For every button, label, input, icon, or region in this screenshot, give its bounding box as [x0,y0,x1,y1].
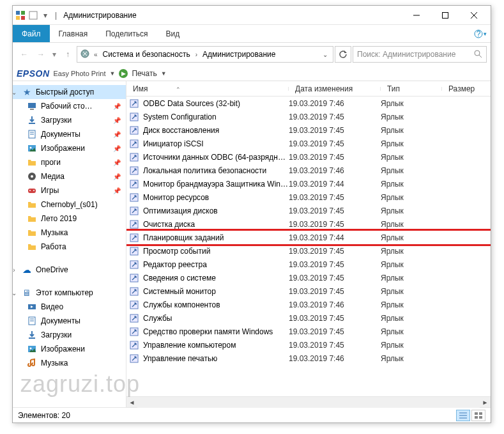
file-list[interactable]: ODBC Data Sources (32-bit)19.03.2019 7:4… [126,97,491,396]
sidebar-item[interactable]: Медиа📌 [13,169,126,183]
address-bar[interactable]: « Система и безопасность › Администриров… [77,46,333,63]
close-button[interactable] [459,6,488,24]
scrollbar-track[interactable] [137,397,480,408]
documents-icon [27,316,37,326]
file-item[interactable]: System Configuration19.03.2019 7:45Ярлык [126,110,491,123]
file-item[interactable]: Очистка диска19.03.2019 7:45Ярлык [126,217,491,231]
minimize-button[interactable] [402,6,431,24]
sidebar-item[interactable]: Документы📌 [13,127,126,141]
file-date: 19.03.2019 7:45 [289,193,381,202]
chevron-down-icon[interactable]: ▼ [161,70,167,77]
sidebar-item[interactable]: Документы [13,314,126,328]
sidebar-item[interactable]: Музыка [13,356,126,370]
file-date: 19.03.2019 7:45 [289,220,381,229]
help-button[interactable]: ? ▾ [474,25,487,42]
file-item[interactable]: Системный монитор19.03.2019 7:45Ярлык [126,284,491,298]
file-item[interactable]: Оптимизация дисков19.03.2019 7:45Ярлык [126,204,491,217]
file-item[interactable]: Просмотр событий19.03.2019 7:45Ярлык [126,244,491,258]
tab-share[interactable]: Поделиться [96,25,157,42]
expand-icon[interactable]: ⌄ [13,290,18,297]
print-button[interactable]: Печать [132,69,157,78]
sidebar-item[interactable]: Видео [13,300,126,314]
svg-rect-31 [29,337,35,339]
file-item[interactable]: Сведения о системе19.03.2019 7:45Ярлык [126,271,491,284]
sidebar-item[interactable]: проги📌 [13,155,126,169]
file-date: 19.03.2019 7:46 [289,354,381,363]
nav-recent-dropdown[interactable]: ▾ [50,47,59,62]
sidebar-item[interactable]: Музыка [13,226,126,240]
sidebar-item[interactable]: Изображени📌 [13,141,126,155]
nav-back-button[interactable]: ← [17,47,32,62]
file-item[interactable]: Планировщик заданий19.03.2019 7:44Ярлык [126,231,491,244]
tab-file[interactable]: Файл [13,25,50,42]
shortcut-icon [129,260,139,270]
tab-view[interactable]: Вид [157,25,188,42]
file-type: Ярлык [381,233,442,242]
breadcrumb[interactable]: Система и безопасность [102,49,192,60]
scroll-left-button[interactable]: ◄ [126,397,137,408]
nav-forward-button[interactable]: → [33,47,49,62]
view-details-button[interactable] [456,410,470,421]
file-item[interactable]: ODBC Data Sources (32-bit)19.03.2019 7:4… [126,97,491,110]
sidebar-item[interactable]: Chernobyl_(s01) [13,198,126,212]
column-header-date[interactable]: Дата изменения [289,84,381,93]
column-header-name[interactable]: Имя⌃ [126,84,289,93]
chevron-right-icon[interactable]: « [93,51,99,58]
sidebar-item-label: Работа [41,242,66,251]
svg-rect-6 [442,12,448,18]
svg-text:?: ? [477,29,481,38]
chevron-down-icon[interactable]: ⌄ [320,51,330,58]
svg-point-25 [29,190,31,191]
file-item[interactable]: Управление компьютером19.03.2019 7:45Ярл… [126,338,491,352]
search-input[interactable]: Поиск: Администрирование [353,46,487,63]
nav-quick-access[interactable]: ⌄ ★ Быстрый доступ [13,85,126,99]
file-item[interactable]: Редактор реестра19.03.2019 7:45Ярлык [126,258,491,271]
nav-onedrive[interactable]: › ☁ OneDrive [13,263,126,277]
column-header-type[interactable]: Тип [381,84,442,93]
qat-dropdown-icon[interactable]: ▾ [43,11,47,20]
breadcrumb[interactable]: Администрирование [201,49,277,60]
file-item[interactable]: Монитор ресурсов19.03.2019 7:45Ярлык [126,190,491,204]
view-icons-button[interactable] [471,410,485,421]
horizontal-scrollbar[interactable]: ◄ ► [126,396,491,407]
expand-icon[interactable]: › [13,267,18,274]
file-item[interactable]: Монитор брандмауэра Защитника Win…19.03.… [126,177,491,190]
chevron-down-icon[interactable]: ▼ [109,70,115,77]
file-item[interactable]: Источники данных ODBC (64-разрядна…19.03… [126,150,491,164]
svg-rect-57 [475,412,478,415]
file-item[interactable]: Службы19.03.2019 7:45Ярлык [126,311,491,325]
tab-home[interactable]: Главная [50,25,97,42]
expand-icon[interactable]: ⌄ [13,89,18,96]
sidebar-item[interactable]: Изображени [13,342,126,356]
file-item[interactable]: Службы компонентов19.03.2019 7:46Ярлык [126,298,491,311]
sidebar-item[interactable]: Рабочий сто…📌 [13,99,126,113]
maximize-button[interactable] [431,6,459,24]
sidebar-item[interactable]: Работа [13,240,126,254]
file-item[interactable]: Средство проверки памяти Windows19.03.20… [126,325,491,338]
file-item[interactable]: Диск восстановления19.03.2019 7:45Ярлык [126,123,491,137]
column-header-size[interactable]: Размер [442,84,491,93]
search-placeholder: Поиск: Администрирование [357,50,455,59]
svg-point-26 [33,190,34,191]
sidebar-item[interactable]: Загрузки [13,328,126,342]
epson-easy-photo-print[interactable]: Easy Photo Print [54,70,106,77]
file-date: 19.03.2019 7:45 [289,274,381,283]
file-item[interactable]: Локальная политика безопасности19.03.201… [126,164,491,177]
print-play-icon[interactable]: ▶ [119,69,128,78]
refresh-button[interactable] [335,46,351,63]
titlebar-separator: | [55,11,57,20]
nav-up-button[interactable]: ↑ [60,47,75,62]
file-type: Ярлык [381,126,442,135]
chevron-right-icon[interactable]: › [194,51,199,58]
file-item[interactable]: Инициатор iSCSI19.03.2019 7:45Ярлык [126,137,491,150]
sidebar-item[interactable]: Загрузки📌 [13,113,126,127]
search-icon [473,49,482,60]
file-item[interactable]: Управление печатью19.03.2019 7:46Ярлык [126,352,491,365]
nav-this-pc[interactable]: ⌄ 🖥 Этот компьютер [13,286,126,300]
scroll-right-button[interactable]: ► [480,397,491,408]
navigation-pane[interactable]: ⌄ ★ Быстрый доступ Рабочий сто…📌Загрузки… [13,81,126,407]
file-type: Ярлык [381,166,442,175]
qat-properties-icon[interactable] [28,10,38,20]
sidebar-item[interactable]: Игры📌 [13,183,126,198]
sidebar-item[interactable]: Лето 2019 [13,212,126,226]
